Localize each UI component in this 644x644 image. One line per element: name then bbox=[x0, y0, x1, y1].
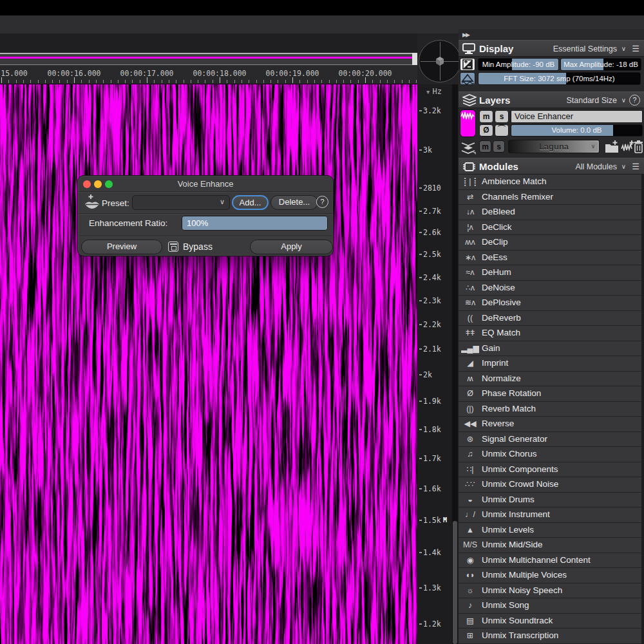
overview-range-handle[interactable] bbox=[412, 53, 417, 65]
module-unmix-multichannel-content[interactable]: ◉ Unmix Multichannel Content bbox=[459, 553, 641, 568]
module-dereverb[interactable]: (( DeReverb bbox=[459, 311, 641, 326]
layers-help-icon[interactable]: ? bbox=[629, 95, 640, 106]
module-label: DeNoise bbox=[482, 281, 515, 296]
vertical-scrollbar-thumb[interactable] bbox=[453, 521, 457, 644]
module-reverb-match[interactable]: (|) Reverb Match bbox=[459, 402, 641, 417]
unmix-multichannel-content-icon: ◉ bbox=[461, 553, 479, 568]
module-unmix-multiple-voices[interactable]: ◖◗ Unmix Multiple Voices bbox=[459, 568, 641, 583]
module-eq-match[interactable]: ǂǂ EQ Match bbox=[459, 326, 641, 341]
frequency-scale[interactable]: ▼Hz 3.2k3k28102.7k2.6k2.5k2.4k2.3k2.2k2.… bbox=[417, 84, 459, 644]
ruler-tick bbox=[365, 77, 366, 83]
module-unmix-song[interactable]: ♪ Unmix Song bbox=[459, 598, 641, 613]
layer-name[interactable]: Voice Enhancer bbox=[511, 110, 643, 123]
module-label: Signal Generator bbox=[482, 432, 547, 447]
layer-envelope-button[interactable]: ⌒ bbox=[495, 124, 509, 137]
module-phase-rotation[interactable]: Ø Phase Rotation bbox=[459, 386, 641, 401]
apply-button[interactable]: Apply bbox=[250, 240, 333, 254]
group-mute-button[interactable]: m bbox=[479, 140, 491, 153]
module-imprint[interactable]: ◢ Imprint bbox=[459, 356, 641, 371]
module-label: Unmix Song bbox=[482, 598, 529, 613]
module-ambience-match[interactable]: ⡇|⢸ Ambience Match bbox=[459, 175, 641, 189]
ruler-tick bbox=[321, 80, 322, 83]
chevron-down-icon: ∨ bbox=[621, 163, 626, 170]
module-unmix-soundtrack[interactable]: ▤ Unmix Soundtrack bbox=[459, 614, 641, 629]
layer-phase-button[interactable]: Ø bbox=[479, 124, 493, 137]
preview-button[interactable]: Preview bbox=[81, 240, 162, 254]
composite-view-icon[interactable] bbox=[460, 140, 476, 155]
delete-layer-icon[interactable] bbox=[634, 140, 643, 154]
unmix-levels-icon: ▲ bbox=[461, 523, 479, 538]
time-label: 00:00:18.000 bbox=[193, 69, 246, 78]
module-unmix-transcription[interactable]: ⊞ Unmix Transcription bbox=[459, 629, 641, 643]
modules-menu-icon[interactable]: ☰ bbox=[632, 162, 639, 171]
layer-solo-button[interactable]: s bbox=[495, 110, 509, 123]
timeline-ruler[interactable]: 15.00000:00:16.00000:00:17.00000:00:18.0… bbox=[0, 65, 417, 84]
module-label: Reverb Match bbox=[482, 402, 536, 417]
min-amplitude-slider[interactable]: Min Amplitude: -90 dB bbox=[478, 58, 559, 71]
fft-size-slider[interactable]: FFT Size: 3072 smp (70ms/14Hz) bbox=[478, 72, 641, 85]
layer-mute-button[interactable]: m bbox=[479, 110, 493, 123]
module-dehum[interactable]: ≈ʌ DeHum bbox=[459, 265, 641, 280]
module-channels-remixer[interactable]: ⇄ Channels Remixer bbox=[459, 190, 641, 205]
module-debleed[interactable]: ↓ʌ DeBleed bbox=[459, 205, 641, 220]
module-unmix-chorus[interactable]: ♫ Unmix Chorus bbox=[459, 447, 641, 462]
ruler-tick bbox=[220, 77, 220, 83]
3d-navigation-ball[interactable] bbox=[419, 40, 461, 82]
module-denoise[interactable]: ∴ʌ DeNoise bbox=[459, 281, 641, 296]
module-signal-generator[interactable]: ⊛ Signal Generator bbox=[459, 432, 641, 447]
max-amplitude-slider[interactable]: Max Amplitude: -18 dB bbox=[560, 58, 641, 71]
modules-list: ⡇|⢸ Ambience Match ⇄ Channels Remixer ↓ʌ… bbox=[459, 175, 644, 644]
right-panel: ▶▶ Display Essential Settings ∨ ☰ Min Am… bbox=[459, 29, 644, 644]
layers-panel-title: Layers bbox=[479, 95, 510, 106]
ruler-tick bbox=[198, 80, 198, 83]
module-unmix-mid-side[interactable]: M/S Unmix Mid/Side bbox=[459, 538, 641, 553]
module-deplosive[interactable]: ≋ʌ DePlosive bbox=[459, 296, 641, 310]
module-unmix-components[interactable]: ∷| Unmix Components bbox=[459, 462, 641, 477]
fft-window-icon[interactable] bbox=[460, 72, 475, 85]
ruler-tick bbox=[409, 80, 410, 83]
module-gain[interactable]: ▂▄▆ Gain bbox=[459, 341, 641, 356]
module-declick[interactable]: ¦ʌ DeClick bbox=[459, 220, 641, 235]
new-group-icon[interactable] bbox=[604, 140, 620, 154]
display-preset-selector[interactable]: Essential Settings bbox=[553, 44, 617, 53]
overview-waveform-line bbox=[0, 57, 412, 59]
collapse-panel-icon[interactable]: ▶▶ bbox=[462, 32, 469, 38]
ruler-tick bbox=[16, 80, 17, 83]
preset-dropdown[interactable]: ∨ bbox=[132, 195, 230, 210]
module-unmix-noisy-speech[interactable]: ☼ Unmix Noisy Speech bbox=[459, 583, 641, 598]
divider bbox=[79, 236, 332, 236]
module-normalize[interactable]: ʍ Normalize bbox=[459, 372, 641, 386]
ruler-tick bbox=[249, 80, 249, 83]
module-unmix-levels[interactable]: ▲ Unmix Levels bbox=[459, 523, 641, 538]
module-unmix-drums[interactable]: ◒ Unmix Drums bbox=[459, 493, 641, 507]
voice-enhance-dialog[interactable]: Voice Enhance Preset: ∨ Add... Delete...… bbox=[77, 175, 334, 256]
spectrogram-canvas[interactable] bbox=[0, 84, 417, 644]
group-solo-button[interactable]: s bbox=[493, 140, 505, 153]
add-preset-button[interactable]: Add... bbox=[232, 195, 269, 210]
dialog-help-icon[interactable]: ? bbox=[316, 196, 328, 208]
module-declip[interactable]: ʍʌ DeClip bbox=[459, 235, 641, 250]
enhancement-ratio-slider[interactable]: 100% bbox=[182, 216, 328, 231]
bypass-checkbox[interactable] bbox=[168, 242, 178, 252]
layer-volume-slider[interactable]: Volume: 0.0 dB bbox=[511, 124, 643, 137]
display-panel-header[interactable]: Display Essential Settings ∨ ☰ bbox=[459, 40, 644, 57]
layers-panel-header[interactable]: Layers Standard Size ∨ ? bbox=[459, 91, 644, 108]
module-deess[interactable]: ∗ʌ DeEss bbox=[459, 251, 641, 265]
display-menu-icon[interactable]: ☰ bbox=[632, 44, 639, 53]
ruler-tick bbox=[314, 80, 315, 83]
layers-size-selector[interactable]: Standard Size bbox=[566, 96, 617, 105]
time-label: 00:00:17.000 bbox=[120, 69, 173, 78]
modules-panel-header[interactable]: Modules All Modules ∨ ☰ bbox=[459, 158, 644, 175]
ruler-tick bbox=[118, 80, 118, 83]
layer-thumbnail[interactable] bbox=[460, 109, 476, 137]
overview-bar[interactable] bbox=[0, 53, 417, 65]
new-layer-icon[interactable] bbox=[621, 140, 635, 154]
module-unmix-instrument[interactable]: ♩/ Unmix Instrument bbox=[459, 507, 641, 522]
amplitude-range-icon[interactable] bbox=[460, 58, 475, 71]
delete-preset-button[interactable]: Delete... bbox=[270, 195, 318, 210]
ruler-tick bbox=[74, 77, 75, 83]
group-name-dropdown[interactable]: Laguna ∨ bbox=[508, 140, 600, 153]
module-reverse[interactable]: ◀◀ Reverse bbox=[459, 417, 641, 431]
modules-filter-selector[interactable]: All Modules bbox=[575, 162, 617, 171]
module-unmix-crowd-noise[interactable]: ∴∵ Unmix Crowd Noise bbox=[459, 477, 641, 492]
